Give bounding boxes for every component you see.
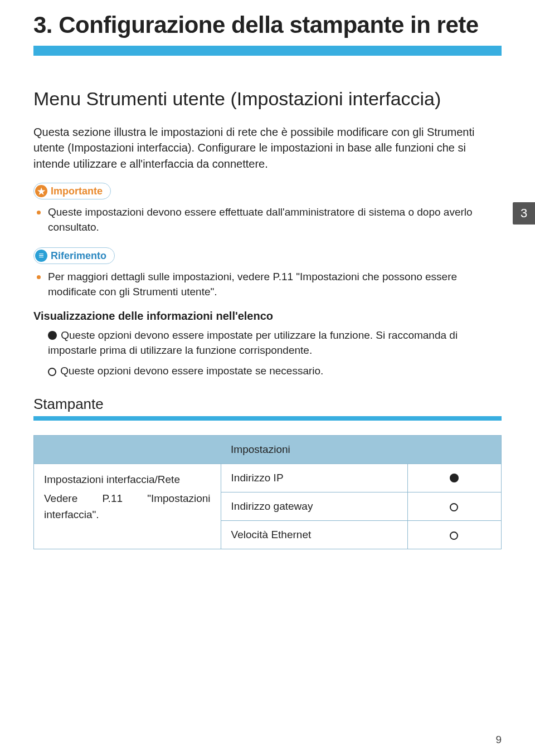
chapter-title: 3. Configurazione della stampante in ret… [33, 11, 502, 39]
setting-mark [408, 464, 502, 492]
left-line-2: Vedere P.11 "Impostazioni [44, 491, 211, 507]
hollow-circle-icon [450, 503, 458, 511]
solid-circle-icon [48, 331, 57, 340]
reference-callout: ≡ Riferimento [33, 247, 115, 264]
star-icon: ★ [35, 185, 47, 197]
left-line-3: interfaccia". [44, 507, 211, 523]
left-line-1: Impostazioni interfaccia/Rete [44, 472, 211, 488]
left-seg-a: Vedere [44, 491, 77, 507]
chapter-rule [33, 46, 502, 56]
subsection-rule [33, 416, 502, 421]
setting-name: Indirizzo IP [221, 464, 408, 492]
chapter-tab: 3 [513, 202, 535, 225]
table-header-settings: Impostazioni [221, 435, 501, 464]
table-left-cell: Impostazioni interfaccia/Rete Vedere P.1… [34, 464, 221, 549]
hollow-circle-icon [48, 368, 56, 376]
legend-solid-line: Queste opzioni devono essere impostate p… [48, 328, 502, 358]
setting-mark [408, 492, 502, 520]
setting-name: Indirizzo gateway [221, 492, 408, 520]
section-intro-text: Questa sezione illustra le impostazioni … [33, 124, 502, 172]
setting-mark [408, 520, 502, 549]
legend-solid-text: Queste opzioni devono essere impostate p… [48, 329, 458, 356]
legend-heading: Visualizzazione delle informazioni nell'… [33, 310, 502, 323]
list-item: Per maggiori dettagli sulle impostazioni… [48, 270, 502, 300]
subsection-title: Stampante [33, 396, 502, 413]
subsection: Stampante Impostazioni Impostazioni inte… [33, 396, 502, 549]
hollow-circle-icon [450, 531, 458, 540]
important-label: Importante [51, 186, 103, 197]
page-number: 9 [495, 734, 502, 746]
legend-hollow-text: Queste opzioni devono essere impostate s… [57, 365, 323, 377]
setting-name: Velocità Ethernet [221, 520, 408, 549]
table-header-blank [34, 435, 221, 464]
left-seg-c: "Impostazioni [147, 491, 210, 507]
reference-list: Per maggiori dettagli sulle impostazioni… [33, 270, 502, 300]
left-seg-b: P.11 [102, 491, 123, 507]
section-title: Menu Strumenti utente (Impostazioni inte… [33, 87, 502, 111]
list-item: Queste impostazioni devono essere effett… [48, 205, 502, 235]
solid-circle-icon [450, 474, 459, 482]
legend-block: Queste opzioni devono essere impostate p… [33, 328, 502, 379]
legend-hollow-line: Queste opzioni devono essere impostate s… [48, 364, 502, 379]
settings-table: Impostazioni Impostazioni interfaccia/Re… [33, 435, 502, 549]
note-icon: ≡ [35, 250, 47, 262]
important-callout: ★ Importante [33, 183, 111, 199]
reference-label: Riferimento [51, 250, 106, 262]
important-list: Queste impostazioni devono essere effett… [33, 205, 502, 235]
